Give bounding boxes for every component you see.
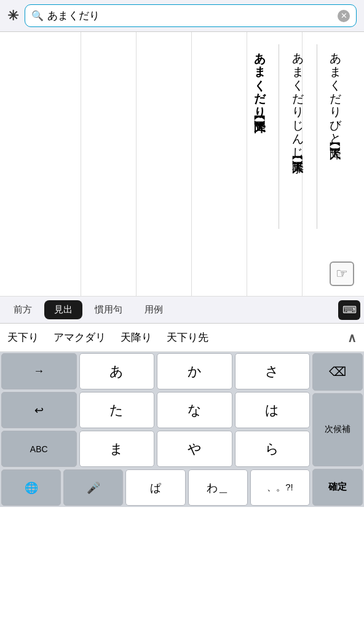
clear-button[interactable]: ✕ <box>338 10 350 22</box>
key-mic[interactable]: 🎤 <box>63 469 123 506</box>
key-arrow-right[interactable]: → <box>1 353 77 389</box>
search-bar: 🔍 あまくだり ✕ <box>25 4 357 27</box>
tab-kanyoku[interactable]: 慣用句 <box>85 300 132 319</box>
col2-text: あまくだりじんじ <box>292 44 305 153</box>
tab-yourei[interactable]: 用例 <box>135 300 173 319</box>
keyboard-row-4: 🌐 🎤 ぱ わ＿ 、。?! <box>0 468 311 507</box>
text-col-3[interactable]: あまくだりびと【天降人】 <box>317 44 355 229</box>
key-ha[interactable]: は <box>235 392 311 428</box>
gesture-icon: ☞ <box>336 266 348 282</box>
key-ka[interactable]: か <box>157 353 232 389</box>
key-backspace[interactable]: ⌫ <box>312 353 363 391</box>
tab-bar: 前方 見出 慣用句 用例 ⌨ <box>0 297 364 324</box>
search-input-display: あまくだり <box>47 9 334 23</box>
tab-zenpo[interactable]: 前方 <box>4 300 42 319</box>
key-jikouho[interactable]: 次候補 <box>312 393 363 466</box>
scroll-gesture-icon[interactable]: ☞ <box>330 261 354 286</box>
key-wa[interactable]: わ＿ <box>188 469 248 506</box>
key-ma[interactable]: ま <box>79 431 155 467</box>
text-col-1[interactable]: あまくだり【天降】 <box>242 44 280 229</box>
key-kakutei[interactable]: 確定 <box>312 469 363 506</box>
suggestion-3[interactable]: 天降り <box>121 330 152 345</box>
right-keyboard-col: ⌫ 次候補 確定 <box>311 352 364 507</box>
text-columns: あまくだり【天降】 あまくだりじんじ【天降人事】 あまくだりびと【天降人】 <box>242 44 355 229</box>
content-area: あまくだり【天降】 あまくだりじんじ【天降人事】 あまくだりびと【天降人】 ☞ <box>0 32 364 297</box>
key-ta[interactable]: た <box>79 392 155 428</box>
suggestion-2[interactable]: アマクダリ <box>53 330 106 345</box>
search-icon: 🔍 <box>31 10 44 22</box>
keyboard-row-3: ABC ま や ら <box>0 429 311 468</box>
key-return[interactable]: ↩ <box>1 392 77 428</box>
suggestions-row: 天下り アマクダリ 天降り 天下り先 ∧ <box>0 324 364 352</box>
keyboard-row-2: ↩ た な は <box>0 391 311 429</box>
tab-midashi[interactable]: 見出 <box>44 300 82 319</box>
col3-text: あまくだりびと <box>330 44 342 139</box>
suggestion-1[interactable]: 天下り <box>7 330 39 345</box>
asterisk-icon: ✳ <box>7 8 18 24</box>
key-sa[interactable]: さ <box>235 353 311 389</box>
keyboard-icon: ⌨ <box>342 304 357 316</box>
key-ya[interactable]: や <box>157 431 232 467</box>
expand-suggestions-button[interactable]: ∧ <box>347 330 357 345</box>
key-pa[interactable]: ぱ <box>125 469 185 506</box>
keyboard: → あ か さ ↩ た な は ABC ま や ら <box>0 352 364 507</box>
col1-title: あまくだり <box>254 44 267 112</box>
key-abc[interactable]: ABC <box>1 431 77 467</box>
suggestion-4[interactable]: 天下り先 <box>167 330 208 345</box>
keyboard-toggle-button[interactable]: ⌨ <box>338 300 360 320</box>
header: ✳ 🔍 あまくだり ✕ <box>0 0 364 32</box>
key-na[interactable]: な <box>157 392 232 428</box>
key-a[interactable]: あ <box>79 353 155 389</box>
text-col-2[interactable]: あまくだりじんじ【天降人事】 <box>279 44 317 229</box>
key-ra[interactable]: ら <box>235 431 311 467</box>
keyboard-row-1: → あ か さ <box>0 352 311 391</box>
key-punctuation[interactable]: 、。?! <box>250 469 310 506</box>
key-globe[interactable]: 🌐 <box>1 469 61 506</box>
